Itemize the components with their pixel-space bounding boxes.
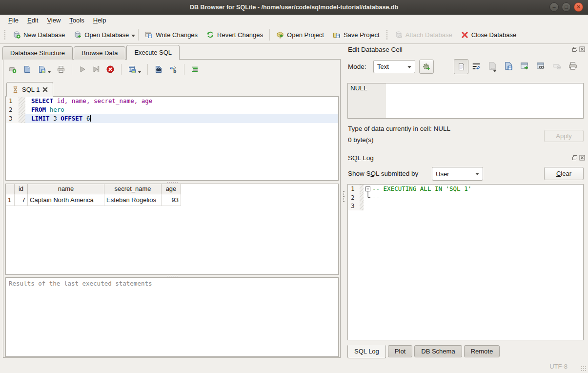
menu-help[interactable]: Help [89, 15, 111, 26]
import-data-icon[interactable] [487, 61, 497, 71]
toolbar-separator [138, 29, 139, 41]
cell-type-info: Type of data currently in cell: NULL [348, 125, 450, 132]
menu-view[interactable]: View [42, 15, 65, 26]
pane-splitter-handle[interactable] [343, 190, 345, 203]
sql-code-editor[interactable]: 1SELECT id, name, secret_name, age 2FROM… [5, 96, 339, 181]
replace-icon[interactable]: ab [169, 65, 178, 74]
clear-log-button[interactable]: Clear [544, 167, 584, 180]
open-project-icon [276, 31, 284, 39]
execute-current-line-icon[interactable] [92, 65, 100, 73]
close-database-icon [461, 31, 468, 39]
revert-changes-button[interactable]: Revert Changes [202, 29, 267, 41]
open-project-button[interactable]: Open Project [272, 29, 328, 41]
menu-edit[interactable]: Edit [23, 15, 42, 26]
save-sql-dropdown-caret[interactable] [48, 71, 51, 75]
toolbar-separator [184, 64, 184, 75]
log-line: 2-- [348, 193, 583, 202]
menu-tools[interactable]: Tools [65, 15, 88, 26]
revert-changes-icon [206, 31, 214, 39]
window-title: DB Browser for SQLite - /home/user/code/… [190, 4, 398, 11]
sql-log-viewer[interactable]: 1-- EXECUTING ALL IN 'SQL 1' 2-- 3 [347, 184, 584, 340]
menu-file[interactable]: File [4, 15, 23, 26]
sql1-editor-tab[interactable]: SQL 1 [6, 82, 53, 97]
row-number-cell[interactable]: 1 [6, 194, 15, 206]
maximize-button[interactable]: □ [562, 2, 571, 12]
dock-tab-remote[interactable]: Remote [464, 345, 500, 357]
toolbar-grip[interactable] [4, 29, 6, 40]
cell-id[interactable]: 7 [15, 194, 28, 206]
format-sql-icon[interactable] [191, 65, 199, 73]
hourglass-icon [12, 86, 19, 93]
open-database-button[interactable]: Open Database [69, 29, 133, 41]
chevron-down-icon [407, 66, 411, 70]
corner-cell[interactable] [6, 184, 15, 194]
dock-tab-sql-log[interactable]: SQL Log [347, 345, 386, 358]
cell-value: NULL [348, 83, 386, 118]
table-row: 1 7 Captain North America Esteban Rogeli… [6, 194, 338, 206]
close-database-button[interactable]: Close Database [457, 29, 521, 41]
toolbar-separator [72, 64, 72, 75]
save-project-button[interactable]: Save Project [328, 29, 384, 41]
execution-results-message[interactable]: Results of the last executed statements [5, 277, 339, 357]
cell-secret-name[interactable]: Esteban Rogelios [104, 194, 162, 206]
save-sql-file-icon[interactable] [38, 65, 46, 74]
code-line-current: 3LIMIT 3 OFFSET 6 [6, 114, 338, 123]
execute-all-icon[interactable] [79, 65, 86, 73]
cell-name[interactable]: Captain North America [28, 194, 104, 206]
write-changes-button[interactable]: Write Changes [141, 29, 202, 41]
code-line: 1SELECT id, name, secret_name, age [6, 97, 338, 105]
apply-button[interactable]: Apply [544, 130, 584, 142]
splitter-handle[interactable]: ······ [164, 275, 181, 277]
auto-switch-mode-button[interactable] [419, 60, 434, 74]
close-button[interactable]: ✕ [574, 2, 583, 12]
dock-float-icon[interactable] [572, 46, 578, 52]
print-sql-icon[interactable] [57, 65, 65, 74]
dock-float-icon[interactable] [572, 155, 578, 161]
attach-database-button[interactable]: Attach Database [390, 29, 457, 41]
new-sql-tab-icon[interactable] [8, 65, 17, 74]
tab-browse-data[interactable]: Browse Data [74, 46, 125, 60]
sql-log-filter-select[interactable]: User [432, 167, 483, 181]
close-sql1-tab-icon[interactable] [42, 87, 48, 92]
stop-execution-icon[interactable] [106, 65, 115, 74]
toolbar-separator [147, 64, 148, 75]
dock-close-icon[interactable] [579, 155, 585, 161]
column-header-id[interactable]: id [15, 184, 28, 194]
title-bar[interactable]: DB Browser for SQLite - /home/user/code/… [0, 0, 588, 15]
cell-age[interactable]: 93 [162, 194, 181, 206]
tab-execute-sql[interactable]: Execute SQL [126, 45, 180, 60]
open-in-external-app-icon[interactable] [520, 61, 529, 71]
open-sql-file-icon[interactable] [23, 65, 32, 74]
export-data-icon[interactable] [504, 61, 513, 71]
cell-value-editor[interactable]: NULL [347, 83, 584, 119]
word-wrap-icon[interactable] [471, 62, 481, 71]
open-database-dropdown-caret[interactable] [131, 35, 135, 39]
edit-cell-dock-title: Edit Database Cell [348, 46, 403, 53]
toolbar-grip[interactable] [386, 29, 388, 40]
save-project-icon [333, 31, 341, 39]
set-null-icon[interactable] [552, 61, 562, 71]
dock-tab-db-schema[interactable]: DB Schema [414, 345, 462, 357]
save-results-icon[interactable] [128, 65, 137, 74]
fold-margin [19, 105, 25, 114]
find-icon[interactable] [154, 65, 163, 74]
dock-close-icon[interactable] [579, 46, 585, 52]
mode-select[interactable]: Text [373, 60, 415, 73]
save-results-dropdown-caret[interactable] [138, 71, 141, 75]
column-header-secret-name[interactable]: secret_name [104, 184, 162, 194]
new-database-button[interactable]: New Database [8, 29, 69, 41]
text-mode-button[interactable] [454, 59, 468, 74]
dock-tab-plot[interactable]: Plot [388, 345, 412, 357]
tab-database-structure[interactable]: Database Structure [2, 46, 73, 60]
column-header-name[interactable]: name [28, 184, 104, 194]
link-icon[interactable] [536, 61, 546, 71]
splitter-handle[interactable]: ······ [164, 181, 181, 183]
column-header-age[interactable]: age [162, 184, 181, 194]
resize-grip[interactable] [581, 366, 587, 372]
minimize-button[interactable]: – [549, 2, 559, 12]
dock-tab-bar: SQL Log Plot DB Schema Remote [347, 345, 500, 358]
import-dropdown-caret[interactable] [493, 70, 496, 74]
print-cell-icon[interactable] [568, 61, 578, 71]
results-header-row: id name secret_name age [6, 184, 338, 194]
sql-log-dock-title: SQL Log [348, 154, 374, 162]
